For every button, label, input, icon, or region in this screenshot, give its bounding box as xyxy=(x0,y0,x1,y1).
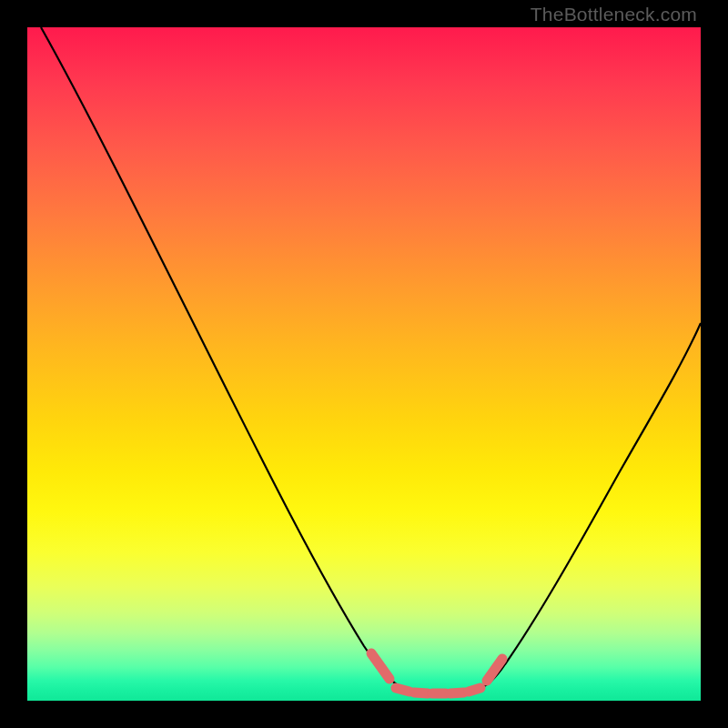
svg-line-0 xyxy=(371,653,389,679)
svg-line-4 xyxy=(450,693,464,693)
svg-line-6 xyxy=(487,659,502,681)
curve-svg xyxy=(27,27,701,701)
svg-line-2 xyxy=(414,693,428,693)
svg-line-1 xyxy=(396,688,410,692)
svg-line-5 xyxy=(469,688,480,692)
watermark-text: TheBottleneck.com xyxy=(531,4,697,25)
plot-area xyxy=(27,27,701,701)
chart-container: TheBottleneck.com xyxy=(0,0,728,728)
bottleneck-curve-line xyxy=(41,27,701,695)
optimal-range-highlight xyxy=(371,653,502,693)
